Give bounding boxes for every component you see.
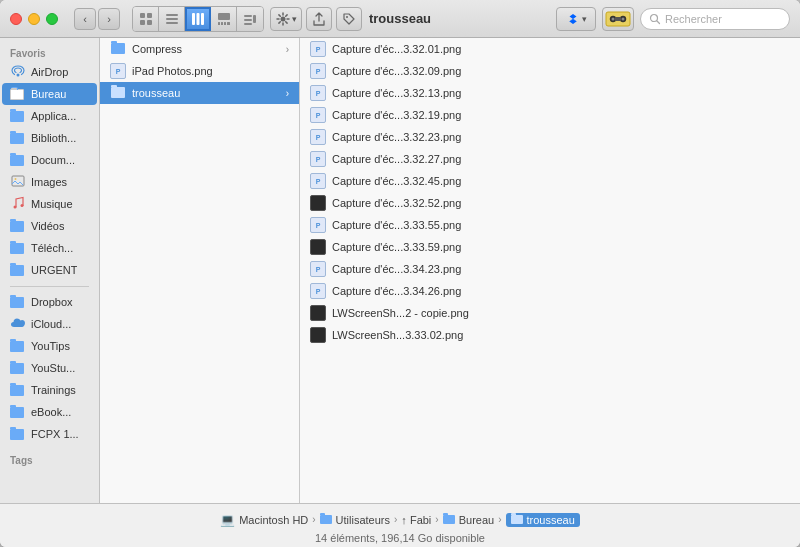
- urgent-icon: [10, 265, 26, 276]
- sidebar-item-dropbox[interactable]: Dropbox: [2, 291, 97, 313]
- breadcrumb-fabi[interactable]: ↑ Fabi: [401, 514, 431, 526]
- column-2: P Capture d'éc...3.32.01.png P Capture d…: [300, 38, 800, 503]
- search-box[interactable]: Rechercher: [640, 8, 790, 30]
- cap6-label: Capture d'éc...3.32.27.png: [332, 153, 790, 165]
- col2-item-13[interactable]: LWScreenSh...3.33.02.png: [300, 324, 800, 346]
- status-info: 14 éléments, 196,14 Go disponible: [315, 532, 485, 544]
- documents-icon: [10, 155, 26, 166]
- col2-item-12[interactable]: LWScreenSh...2 - copie.png: [300, 302, 800, 324]
- sidebar-item-images[interactable]: Images: [2, 171, 97, 193]
- sidebar-item-applications[interactable]: Applica...: [2, 105, 97, 127]
- tag-button[interactable]: [336, 7, 362, 31]
- dropbox-button[interactable]: ▾: [556, 7, 596, 31]
- breadcrumb-macintosh[interactable]: 💻 Macintosh HD: [220, 513, 308, 527]
- cap9-icon: P: [310, 217, 326, 233]
- col2-item-4[interactable]: P Capture d'éc...3.32.23.png: [300, 126, 800, 148]
- cap12-label: Capture d'éc...3.34.26.png: [332, 285, 790, 297]
- compress-folder-icon: [110, 42, 126, 57]
- cover-flow-button[interactable]: [211, 7, 237, 31]
- sidebar-item-telechargements[interactable]: Téléch...: [2, 237, 97, 259]
- svg-rect-15: [244, 15, 252, 17]
- cap10-label: Capture d'éc...3.33.59.png: [332, 241, 790, 253]
- breadcrumb-trousseau[interactable]: trousseau: [506, 513, 580, 527]
- macintosh-label: Macintosh HD: [239, 514, 308, 526]
- svg-rect-11: [218, 22, 220, 25]
- sidebar-item-musique[interactable]: Musique: [2, 193, 97, 215]
- cap11-icon: P: [310, 261, 326, 277]
- sidebar-item-musique-label: Musique: [31, 198, 73, 210]
- back-button[interactable]: ‹: [74, 8, 96, 30]
- col2-item-7[interactable]: Capture d'éc...3.32.52.png: [300, 192, 800, 214]
- forward-button[interactable]: ›: [98, 8, 120, 30]
- col2-item-9[interactable]: Capture d'éc...3.33.59.png: [300, 236, 800, 258]
- minimize-button[interactable]: [28, 13, 40, 25]
- sidebar-item-videos[interactable]: Vidéos: [2, 215, 97, 237]
- svg-rect-14: [227, 22, 230, 25]
- images-icon: [10, 174, 26, 191]
- svg-rect-3: [147, 20, 152, 25]
- column1-trousseau[interactable]: trousseau ›: [100, 82, 299, 104]
- ipad-photos-label: iPad Photos.png: [132, 65, 289, 77]
- sidebar-item-icloud[interactable]: iCloud...: [2, 313, 97, 335]
- sidebar-item-documents[interactable]: Docum...: [2, 149, 97, 171]
- svg-rect-7: [192, 13, 195, 25]
- svg-point-32: [21, 204, 24, 207]
- icon-view-button[interactable]: [133, 7, 159, 31]
- gear-button[interactable]: ▾: [270, 7, 302, 31]
- col2-item-5[interactable]: P Capture d'éc...3.32.27.png: [300, 148, 800, 170]
- bibliotheque-icon: [10, 133, 26, 144]
- macintosh-icon: 💻: [220, 513, 235, 527]
- col2-item-6[interactable]: P Capture d'éc...3.32.45.png: [300, 170, 800, 192]
- col2-item-10[interactable]: P Capture d'éc...3.34.23.png: [300, 258, 800, 280]
- sidebar-item-trainings[interactable]: Trainings: [2, 379, 97, 401]
- sidebar-item-youtips[interactable]: YouTips: [2, 335, 97, 357]
- sidebar-item-urgent[interactable]: URGENT: [2, 259, 97, 281]
- share-button[interactable]: [306, 7, 332, 31]
- sidebar-item-airdrop[interactable]: AirDrop: [2, 61, 97, 83]
- breadcrumb-bar: 💻 Macintosh HD › Utilisateurs › ↑ Fabi ›: [208, 508, 592, 532]
- column1-compress[interactable]: Compress ›: [100, 38, 299, 60]
- col2-item-8[interactable]: P Capture d'éc...3.33.55.png: [300, 214, 800, 236]
- sidebar-divider: [0, 281, 99, 291]
- col2-item-11[interactable]: P Capture d'éc...3.34.26.png: [300, 280, 800, 302]
- column-view-button[interactable]: [185, 7, 211, 31]
- sidebar-item-fcpx[interactable]: FCPX 1...: [2, 423, 97, 445]
- col2-item-3[interactable]: P Capture d'éc...3.32.19.png: [300, 104, 800, 126]
- window-title: trousseau: [369, 11, 431, 26]
- sidebar-item-ebook[interactable]: eBook...: [2, 401, 97, 423]
- cap3-icon: P: [310, 85, 326, 101]
- svg-point-27: [651, 14, 658, 21]
- tape-recorder-button[interactable]: [602, 7, 634, 31]
- col2-item-1[interactable]: P Capture d'éc...3.32.09.png: [300, 60, 800, 82]
- sidebar-item-youstu[interactable]: YouStu...: [2, 357, 97, 379]
- svg-rect-1: [147, 13, 152, 18]
- column1-ipad-photos[interactable]: P iPad Photos.png: [100, 60, 299, 82]
- sidebar-item-telechargements-label: Téléch...: [31, 242, 73, 254]
- cap9-label: Capture d'éc...3.33.55.png: [332, 219, 790, 231]
- extra-view-button[interactable]: [237, 7, 263, 31]
- sidebar-item-bibliotheque[interactable]: Biblioth...: [2, 127, 97, 149]
- close-button[interactable]: [10, 13, 22, 25]
- col2-item-0[interactable]: P Capture d'éc...3.32.01.png: [300, 38, 800, 60]
- bureau-breadcrumb-icon: [443, 514, 455, 526]
- list-view-button[interactable]: [159, 7, 185, 31]
- breadcrumb-utilisateurs[interactable]: Utilisateurs: [320, 514, 390, 526]
- col2-item-2[interactable]: P Capture d'éc...3.32.13.png: [300, 82, 800, 104]
- maximize-button[interactable]: [46, 13, 58, 25]
- svg-rect-12: [221, 22, 223, 25]
- bureau-breadcrumb-label: Bureau: [459, 514, 494, 526]
- breadcrumb-bureau[interactable]: Bureau: [443, 514, 494, 526]
- svg-point-20: [346, 16, 348, 18]
- icloud-icon: [10, 317, 26, 332]
- sidebar-item-bureau[interactable]: Bureau: [2, 83, 97, 105]
- sidebar-item-airdrop-label: AirDrop: [31, 66, 68, 78]
- svg-rect-4: [166, 14, 178, 16]
- dropbox-folder-icon: [10, 297, 26, 308]
- cap11-label: Capture d'éc...3.34.23.png: [332, 263, 790, 275]
- sidebar-item-videos-label: Vidéos: [31, 220, 64, 232]
- svg-rect-2: [140, 20, 145, 25]
- sidebar-item-icloud-label: iCloud...: [31, 318, 71, 330]
- svg-rect-10: [218, 13, 230, 20]
- svg-point-19: [280, 16, 285, 21]
- compress-arrow: ›: [286, 44, 289, 55]
